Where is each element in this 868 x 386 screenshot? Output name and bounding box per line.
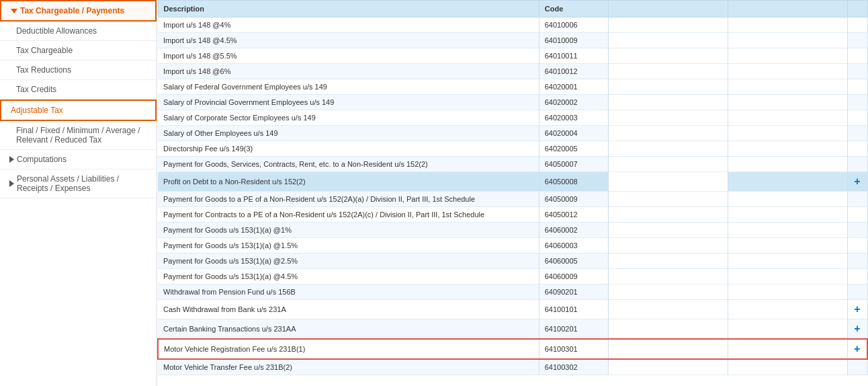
cell-input-field2[interactable] bbox=[734, 67, 842, 75]
cell-input-field[interactable] bbox=[614, 178, 722, 186]
cell-input-field2[interactable] bbox=[734, 129, 842, 137]
table-row-input1[interactable] bbox=[608, 48, 728, 64]
table-row-input1[interactable] bbox=[608, 238, 728, 254]
table-row-action[interactable]: + bbox=[847, 319, 867, 340]
sidebar-item-personal-assets[interactable]: Personal Assets / Liabilities / Receipts… bbox=[0, 169, 157, 198]
table-row-input1[interactable] bbox=[608, 269, 728, 284]
sidebar-item-computations[interactable]: Computations bbox=[0, 150, 157, 169]
table-row-input2[interactable] bbox=[728, 319, 847, 340]
cell-input-field[interactable] bbox=[614, 210, 722, 219]
table-row-input2[interactable] bbox=[728, 141, 847, 157]
sidebar-item-tax-chargeable[interactable]: Tax Chargeable bbox=[0, 41, 157, 61]
cell-input-field[interactable] bbox=[614, 226, 722, 234]
table-row-input2[interactable] bbox=[728, 48, 847, 64]
cell-input-field[interactable] bbox=[614, 325, 722, 333]
table-row-input1[interactable] bbox=[608, 300, 728, 319]
cell-input-field2[interactable] bbox=[734, 145, 842, 153]
cell-input-field2[interactable] bbox=[734, 52, 842, 60]
cell-input-field2[interactable] bbox=[734, 98, 842, 106]
sidebar-item-tax-reductions[interactable]: Tax Reductions bbox=[0, 61, 157, 80]
cell-input-field2[interactable] bbox=[734, 288, 842, 296]
cell-input-field[interactable] bbox=[614, 363, 722, 371]
table-row-input1[interactable] bbox=[608, 64, 728, 79]
cell-input-field2[interactable] bbox=[734, 36, 842, 44]
cell-input-field2[interactable] bbox=[734, 241, 842, 249]
table-row-input1[interactable] bbox=[608, 339, 728, 359]
table-row-input1[interactable] bbox=[608, 126, 728, 141]
table-row-input2[interactable] bbox=[728, 284, 847, 300]
table-row-input2[interactable] bbox=[728, 33, 847, 48]
table-row-input2[interactable] bbox=[728, 157, 847, 172]
add-row-button[interactable]: + bbox=[854, 323, 860, 334]
cell-input-field2[interactable] bbox=[734, 272, 842, 280]
cell-input-field2[interactable] bbox=[734, 21, 842, 29]
cell-input-field2[interactable] bbox=[734, 195, 842, 203]
add-row-button[interactable]: + bbox=[854, 343, 860, 354]
cell-input-field[interactable] bbox=[614, 83, 722, 91]
cell-input-field2[interactable] bbox=[734, 363, 842, 371]
table-row-input2[interactable] bbox=[728, 223, 847, 238]
table-row-input1[interactable] bbox=[608, 223, 728, 238]
add-row-button[interactable]: + bbox=[854, 303, 860, 315]
cell-input-field[interactable] bbox=[614, 67, 722, 75]
sidebar-item-tax-chargeable-payments[interactable]: Tax Chargeable / Payments bbox=[0, 0, 157, 22]
table-row-input1[interactable] bbox=[608, 157, 728, 172]
table-row-input2[interactable] bbox=[728, 110, 847, 126]
sidebar-item-deductible-allowances[interactable]: Deductible Allowances bbox=[0, 22, 157, 41]
table-row-input2[interactable] bbox=[728, 192, 847, 207]
cell-input-field2[interactable] bbox=[734, 178, 842, 186]
table-row-input2[interactable] bbox=[728, 79, 847, 95]
table-row-input1[interactable] bbox=[608, 319, 728, 340]
table-row-input2[interactable] bbox=[728, 17, 847, 33]
sidebar-item-tax-credits[interactable]: Tax Credits bbox=[0, 80, 157, 100]
table-row-input2[interactable] bbox=[728, 269, 847, 284]
table-row-input2[interactable] bbox=[728, 254, 847, 269]
cell-input-field[interactable] bbox=[614, 288, 722, 296]
cell-input-field[interactable] bbox=[614, 114, 722, 122]
table-row-input1[interactable] bbox=[608, 95, 728, 110]
table-row-input2[interactable] bbox=[728, 207, 847, 223]
cell-input-field2[interactable] bbox=[734, 325, 842, 333]
table-row-input1[interactable] bbox=[608, 17, 728, 33]
table-row-input2[interactable] bbox=[728, 339, 847, 359]
table-row-input2[interactable] bbox=[728, 95, 847, 110]
cell-input-field[interactable] bbox=[614, 305, 722, 313]
cell-input-field[interactable] bbox=[614, 272, 722, 280]
cell-input-field[interactable] bbox=[614, 195, 722, 203]
table-row-input1[interactable] bbox=[608, 172, 728, 192]
cell-input-field2[interactable] bbox=[734, 226, 842, 234]
table-row-action[interactable]: + bbox=[847, 339, 867, 359]
cell-input-field[interactable] bbox=[614, 241, 722, 249]
table-row-input1[interactable] bbox=[608, 254, 728, 269]
cell-input-field2[interactable] bbox=[734, 83, 842, 91]
cell-input-field[interactable] bbox=[614, 98, 722, 106]
cell-input-field[interactable] bbox=[614, 345, 722, 353]
cell-input-field[interactable] bbox=[614, 21, 722, 29]
table-row-input1[interactable] bbox=[608, 359, 728, 375]
table-row-input1[interactable] bbox=[608, 192, 728, 207]
table-row-input1[interactable] bbox=[608, 207, 728, 223]
table-row-input2[interactable] bbox=[728, 126, 847, 141]
table-row-input1[interactable] bbox=[608, 79, 728, 95]
table-row-action[interactable]: + bbox=[847, 300, 867, 319]
table-row-input2[interactable] bbox=[728, 238, 847, 254]
cell-input-field[interactable] bbox=[614, 129, 722, 137]
sidebar-item-final-fixed[interactable]: Final / Fixed / Minimum / Average / Rele… bbox=[0, 121, 157, 150]
sidebar-item-adjustable-tax[interactable]: Adjustable Tax bbox=[0, 100, 157, 121]
cell-input-field2[interactable] bbox=[734, 114, 842, 122]
table-row-input2[interactable] bbox=[728, 64, 847, 79]
cell-input-field[interactable] bbox=[614, 257, 722, 265]
table-row-input1[interactable] bbox=[608, 33, 728, 48]
table-row-action[interactable]: + bbox=[847, 172, 867, 192]
cell-input-field[interactable] bbox=[614, 160, 722, 168]
cell-input-field2[interactable] bbox=[734, 305, 842, 313]
cell-input-field2[interactable] bbox=[734, 345, 842, 353]
table-row-input1[interactable] bbox=[608, 284, 728, 300]
cell-input-field2[interactable] bbox=[734, 160, 842, 168]
cell-input-field2[interactable] bbox=[734, 257, 842, 265]
table-row-input1[interactable] bbox=[608, 141, 728, 157]
cell-input-field[interactable] bbox=[614, 145, 722, 153]
table-row-input2[interactable] bbox=[728, 172, 847, 192]
cell-input-field[interactable] bbox=[614, 36, 722, 44]
cell-input-field[interactable] bbox=[614, 52, 722, 60]
